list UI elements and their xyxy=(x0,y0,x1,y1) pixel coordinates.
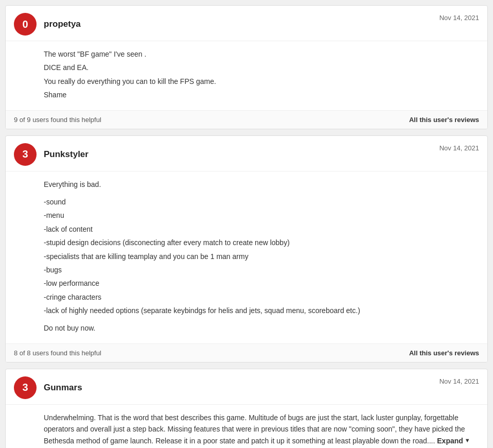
review-text-line: The worst "BF game" I've seen . xyxy=(44,48,479,60)
review-date: Nov 14, 2021 xyxy=(439,13,479,22)
review-text-line: -stupid design decisions (disconecting a… xyxy=(44,237,479,248)
review-footer: 9 of 9 users found this helpfulAll this … xyxy=(6,111,487,129)
review-text-line: DICE and EA. xyxy=(44,62,479,73)
review-text-line: You really do everything you can to kill… xyxy=(44,76,479,87)
review-date: Nov 14, 2021 xyxy=(439,143,479,152)
expand-button[interactable]: Expand ▼ xyxy=(437,435,470,446)
review-text-line: -lack of content xyxy=(44,223,479,235)
review-text-line: -sound xyxy=(44,196,479,208)
helpful-text: 8 of 8 users found this helpful xyxy=(14,349,101,357)
review-text-line: Do not buy now. xyxy=(44,322,479,334)
avatar: 3 xyxy=(14,376,37,399)
all-reviews-link[interactable]: All this user's reviews xyxy=(409,349,479,357)
chevron-down-icon: ▼ xyxy=(465,436,470,445)
user-info: propetya xyxy=(44,19,439,29)
username[interactable]: Gunmars xyxy=(44,383,439,393)
user-info: Punkstyler xyxy=(44,149,439,160)
review-text-line: -bugs xyxy=(44,264,479,275)
avatar: 0 xyxy=(14,13,37,36)
review-text-line: -cringe characters xyxy=(44,291,479,303)
review-text-line: -lack of highly needed options (separate… xyxy=(44,305,479,316)
review-card: 3GunmarsNov 14, 2021Underwhelming. That … xyxy=(5,369,488,448)
review-text-line: -low performance xyxy=(44,278,479,289)
review-text-line: Shame xyxy=(44,89,479,100)
review-body: The worst "BF game" I've seen .DICE and … xyxy=(6,41,487,111)
review-text-line: -specialists that are killing teamplay a… xyxy=(44,251,479,262)
review-text-line: -menu xyxy=(44,210,479,221)
review-body: Underwhelming. That is the word that bes… xyxy=(6,405,487,448)
helpful-text: 9 of 9 users found this helpful xyxy=(14,116,101,124)
username[interactable]: Punkstyler xyxy=(44,149,439,160)
avatar: 3 xyxy=(14,143,37,166)
review-card: 3PunkstylerNov 14, 2021Everything is bad… xyxy=(5,135,488,363)
username[interactable]: propetya xyxy=(44,19,439,29)
review-body: Everything is bad.-sound-menu-lack of co… xyxy=(6,171,487,344)
review-date: Nov 14, 2021 xyxy=(439,376,479,385)
review-text-line: Everything is bad. xyxy=(44,179,479,190)
user-info: Gunmars xyxy=(44,383,439,393)
review-header: 0propetyaNov 14, 2021 xyxy=(6,6,487,41)
review-header: 3PunkstylerNov 14, 2021 xyxy=(6,136,487,171)
review-footer: 8 of 8 users found this helpfulAll this … xyxy=(6,344,487,362)
review-text: Underwhelming. That is the word that bes… xyxy=(44,412,479,446)
all-reviews-link[interactable]: All this user's reviews xyxy=(409,116,479,124)
review-card: 0propetyaNov 14, 2021The worst "BF game"… xyxy=(5,5,488,129)
review-header: 3GunmarsNov 14, 2021 xyxy=(6,369,487,405)
